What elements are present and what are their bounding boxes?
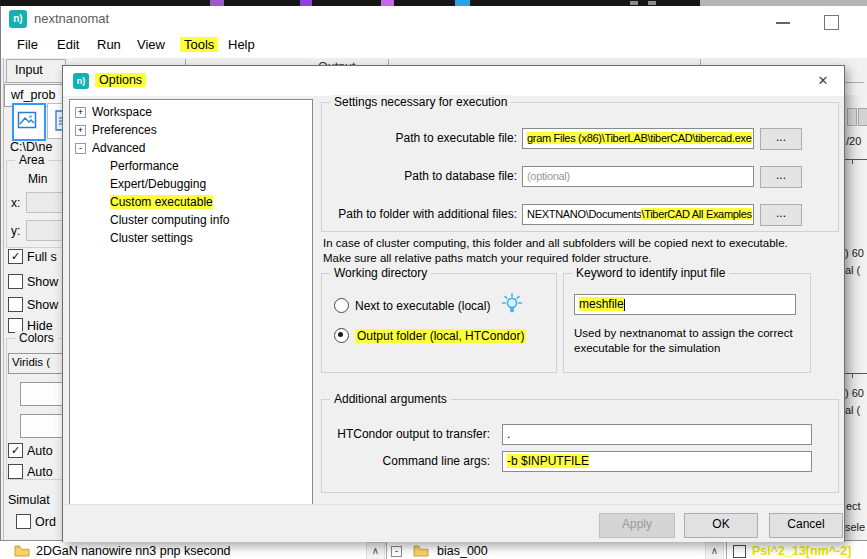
simulation-folder-item[interactable]: 2DGaN nanowire nn3 pnp ksecond [36,544,231,558]
axis-line-fragment [845,159,867,160]
dialog-close-button[interactable]: ✕ [808,70,838,92]
y-label: y: [11,224,20,238]
maximize-button[interactable] [824,15,839,30]
panel-left-edge [3,58,4,559]
settings-group: Settings necessary for execution Path to… [321,102,839,232]
show-checkbox-2[interactable] [8,297,23,312]
window-left-edge [0,6,1,559]
keyword-input[interactable]: meshfile [574,294,796,315]
ok-button[interactable]: OK [684,513,758,538]
working-directory-group: Working directory Next to executable (lo… [321,273,557,373]
options-dialog: n) Options ✕ +Workspace +Preferences -Ad… [62,65,845,542]
menu-view[interactable]: View [137,37,165,52]
titlebar: n) nextnanomat [0,6,867,32]
background-right-panel: /20 ) 60 al ( ) 60 al ( ect sele [845,95,867,540]
tab-input[interactable]: Input [6,59,66,83]
db-browse-button[interactable]: ... [760,166,802,188]
axis-tick-fragment [852,373,853,378]
show-label-2: Show [27,298,58,312]
text-cursor [624,299,625,311]
tree-item-custom-executable[interactable]: Custom executable [70,193,312,211]
keyword-group-label: Keyword to identify input file [572,266,729,280]
bias-tree-item[interactable]: bias_000 [437,544,488,558]
order-checkbox[interactable] [16,514,31,529]
background-icon [648,1,656,5]
psi-output-label: Psi^2_13[nm^-2] [752,544,851,558]
show-label-1: Show [27,275,58,289]
minimize-button[interactable] [776,22,790,24]
menu-file[interactable]: File [17,37,38,52]
axis-fragment: al ( [845,264,860,276]
tree-collapse-box[interactable]: - [391,546,402,557]
text-fragment: ect [846,500,861,512]
min-column-header: Min [28,172,47,186]
keyword-group: Keyword to identify input file meshfile … [563,273,811,373]
text-fragment: sele [845,521,865,533]
tree-item-cluster-settings[interactable]: Cluster settings [70,229,312,247]
tree-item-preferences[interactable]: +Preferences [70,121,312,139]
expand-icon[interactable]: + [75,125,86,136]
show-checkbox-1[interactable] [8,274,23,289]
tree-item-workspace[interactable]: +Workspace [70,103,312,121]
tree-item-label: Expert/Debugging [110,177,206,191]
axis-line-fragment [845,373,867,374]
folder-browse-button[interactable]: ... [760,204,802,226]
menu-edit[interactable]: Edit [57,37,79,52]
next-to-executable-label: Next to executable (local) [355,299,490,313]
db-path-placeholder: (optional) [527,170,570,182]
tree-item-label: Advanced [92,141,145,155]
expand-icon[interactable]: + [75,107,86,118]
apply-button[interactable]: Apply [599,513,675,538]
folder-path-input[interactable]: NEXTNANO\Documents\TiberCAD All Examples [522,204,754,225]
area-group-label: Area [15,153,48,167]
output-folder-label: Output folder (local, HTCondor) [355,329,526,343]
x-label: x: [11,196,20,210]
htcondor-output-input[interactable]: . [502,424,812,445]
tree-item-advanced[interactable]: -Advanced [70,139,312,157]
axis-fragment: al ( [845,404,860,416]
axis-tick-fragment [852,159,853,164]
check-icon: ✓ [11,250,20,262]
htcondor-output-value: . [507,427,510,441]
menu-run[interactable]: Run [97,37,121,52]
output-folder-radio[interactable] [334,328,349,343]
keyword-description-line1: Used by nextnanomat to assign the correc… [574,326,806,341]
full-scale-checkbox[interactable]: ✓ [8,249,23,264]
menu-tools[interactable]: Tools [180,37,218,52]
collapse-icon[interactable]: - [75,143,86,154]
app-icon: n) [9,10,27,28]
cluster-note-line1: In case of cluster computing, this folde… [323,236,843,251]
auto-label-2: Auto [27,465,53,479]
tree-item-label: Cluster settings [110,231,193,245]
next-to-executable-radio[interactable] [334,298,349,313]
htcondor-output-label: HTCondor output to transfer: [310,427,490,441]
db-path-label: Path to database file: [302,169,517,183]
exe-path-label: Path to executable file: [302,131,517,145]
tree-item-expert-debugging[interactable]: Expert/Debugging [70,175,312,193]
scroll-up-button[interactable]: ∧ [705,542,724,559]
order-label: Ord [35,515,56,529]
image-view-button[interactable] [12,103,46,141]
keyword-description: Used by nextnanomat to assign the correc… [574,326,806,356]
subtab-label: wf_prob [11,88,55,102]
exe-path-value: gram Files (x86)\TiberLAB\tiberCAD\tiber… [527,132,752,144]
dialog-app-icon: n) [73,73,89,89]
tab-input-label: Input [15,63,43,77]
cmd-args-input[interactable]: -b $INPUTFILE [502,451,812,472]
db-path-input[interactable]: (optional) [522,166,754,187]
auto-checkbox-1[interactable]: ✓ [8,443,23,458]
tree-item-performance[interactable]: Performance [70,157,312,175]
axis-fragment: ) 60 [845,387,864,399]
cancel-button[interactable]: Cancel [769,513,843,538]
keyword-value: meshfile [579,297,624,311]
scroll-up-button[interactable]: ∧ [366,542,385,559]
tree-item-label: Cluster computing info [110,213,229,227]
tree-item-cluster-computing-info[interactable]: Cluster computing info [70,211,312,229]
simulation-group-label: Simulat [8,493,50,507]
exe-browse-button[interactable]: ... [760,128,802,150]
psi-checkbox[interactable] [733,545,746,558]
working-directory-label: Working directory [330,266,431,280]
menu-help[interactable]: Help [228,37,255,52]
auto-checkbox-2[interactable] [8,464,23,479]
exe-path-input[interactable]: gram Files (x86)\TiberLAB\tiberCAD\tiber… [522,128,754,149]
